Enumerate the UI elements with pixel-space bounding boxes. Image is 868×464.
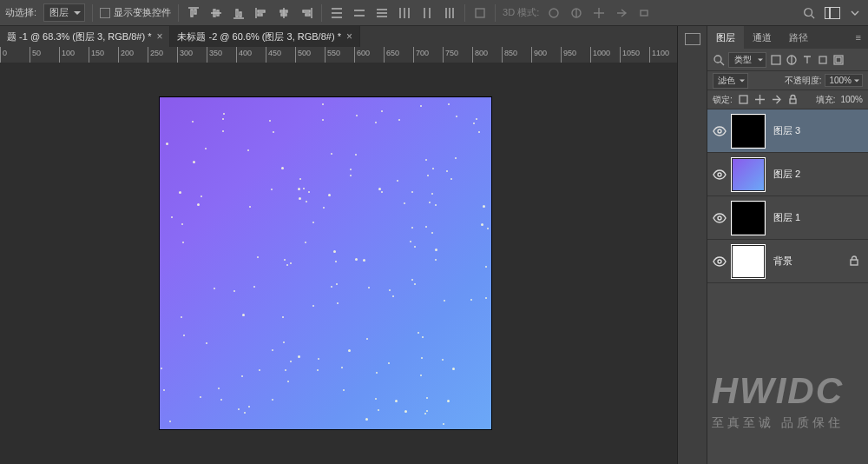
separator bbox=[495, 4, 496, 22]
tab-layers[interactable]: 图层 bbox=[707, 26, 744, 49]
opacity-label: 不透明度: bbox=[785, 75, 822, 87]
svg-point-14 bbox=[718, 173, 721, 176]
filter-adjust-icon[interactable] bbox=[786, 54, 798, 66]
watermark: HWIDC 至真至诚 品质保住 bbox=[712, 370, 844, 431]
separator bbox=[464, 4, 465, 22]
blend-opacity-row: 滤色 不透明度: 100% bbox=[707, 71, 868, 90]
panel-menu-icon[interactable]: ≡ bbox=[849, 32, 868, 43]
align-hcenter-icon[interactable] bbox=[276, 5, 292, 21]
svg-point-1 bbox=[549, 9, 558, 17]
layer-thumbnail[interactable] bbox=[732, 115, 765, 148]
show-transform-checkbox-wrap[interactable]: 显示变换控件 bbox=[100, 6, 171, 19]
visibility-eye-icon[interactable] bbox=[707, 213, 732, 223]
close-icon[interactable]: × bbox=[346, 30, 352, 43]
lock-position-icon[interactable] bbox=[754, 94, 766, 105]
distribute-hcenter-icon[interactable] bbox=[419, 5, 435, 21]
filter-smart-icon[interactable] bbox=[832, 54, 845, 66]
options-bar: 动选择: 图层 显示变换控件 3D 模式: bbox=[0, 0, 868, 26]
lock-label: 锁定: bbox=[713, 94, 733, 106]
document-tab-1[interactable]: 题 -1 @ 68.3% (图层 3, RGB/8#) * × bbox=[0, 26, 170, 47]
layer-row[interactable]: 图层 1 bbox=[707, 196, 868, 240]
tab-title: 未标题 -2 @ 60.6% (图层 3, RGB/8#) * bbox=[177, 30, 340, 43]
chevron-down-icon[interactable] bbox=[847, 5, 863, 21]
distribute-vcenter-icon[interactable] bbox=[352, 5, 367, 21]
fill-input[interactable]: 100% bbox=[840, 95, 863, 104]
document-tab-2[interactable]: 未标题 -2 @ 60.6% (图层 3, RGB/8#) * × bbox=[170, 26, 359, 47]
align-bottom-icon[interactable] bbox=[231, 5, 247, 21]
svg-rect-3 bbox=[641, 10, 648, 16]
svg-point-5 bbox=[714, 56, 721, 63]
canvas[interactable] bbox=[160, 97, 491, 429]
align-vcenter-icon[interactable] bbox=[208, 5, 224, 21]
visibility-eye-icon[interactable] bbox=[707, 256, 732, 267]
separator bbox=[321, 4, 322, 22]
opacity-input[interactable]: 100% bbox=[825, 74, 863, 87]
distribute-right-icon[interactable] bbox=[442, 5, 457, 21]
checkbox-icon bbox=[100, 8, 110, 18]
watermark-big: HWIDC bbox=[712, 370, 844, 412]
autoselect-label: 动选择: bbox=[5, 6, 36, 19]
collapsed-panel-icon[interactable] bbox=[685, 33, 700, 45]
visibility-eye-icon[interactable] bbox=[707, 169, 732, 180]
svg-point-4 bbox=[805, 8, 812, 16]
dock-strip bbox=[678, 26, 707, 464]
layer-name[interactable]: 图层 2 bbox=[773, 168, 800, 181]
autoalign-icon[interactable] bbox=[472, 5, 488, 21]
canvas-area bbox=[0, 63, 677, 464]
mode3d-orbit-icon bbox=[546, 5, 562, 21]
svg-rect-17 bbox=[851, 260, 858, 265]
lock-icon bbox=[849, 255, 859, 268]
layer-name[interactable]: 图层 1 bbox=[773, 211, 800, 224]
fill-label: 填充: bbox=[816, 94, 836, 106]
lock-all-icon[interactable] bbox=[787, 94, 799, 105]
svg-rect-12 bbox=[790, 99, 796, 103]
filter-search-icon[interactable] bbox=[713, 54, 725, 66]
layer-row[interactable]: 图层 3 bbox=[707, 109, 868, 153]
align-right-icon[interactable] bbox=[299, 5, 314, 21]
autoselect-dropdown[interactable]: 图层 bbox=[43, 3, 85, 22]
layer-filter-row: 类型 bbox=[707, 49, 868, 71]
filter-pixel-icon[interactable] bbox=[770, 54, 782, 66]
close-icon[interactable]: × bbox=[156, 30, 162, 43]
mode3d-slide-icon bbox=[614, 5, 629, 21]
svg-rect-8 bbox=[819, 56, 826, 63]
blend-mode-dropdown[interactable]: 滤色 bbox=[713, 73, 748, 89]
svg-rect-6 bbox=[772, 56, 780, 64]
separator bbox=[92, 4, 93, 22]
distribute-left-icon[interactable] bbox=[397, 5, 412, 21]
align-top-icon[interactable] bbox=[186, 5, 201, 21]
filter-shape-icon[interactable] bbox=[817, 54, 829, 66]
mode3d-pan-icon bbox=[591, 5, 607, 21]
layer-thumbnail[interactable] bbox=[732, 245, 765, 278]
lock-pixels-icon[interactable] bbox=[738, 94, 749, 105]
tab-title: 题 -1 @ 68.3% (图层 3, RGB/8#) * bbox=[7, 30, 151, 43]
svg-point-13 bbox=[718, 129, 721, 133]
mode3d-roll-icon bbox=[569, 5, 584, 21]
panel-tabs: 图层 通道 路径 ≡ bbox=[707, 26, 868, 49]
separator bbox=[178, 4, 179, 22]
layer-thumbnail[interactable] bbox=[732, 158, 765, 191]
show-transform-label: 显示变换控件 bbox=[114, 7, 171, 17]
svg-rect-10 bbox=[836, 57, 841, 63]
distribute-bottom-icon[interactable] bbox=[374, 5, 390, 21]
filter-type-text-icon[interactable] bbox=[801, 54, 813, 66]
layer-name[interactable]: 图层 3 bbox=[773, 124, 800, 137]
layer-row[interactable]: 背景 bbox=[707, 240, 868, 283]
layer-name[interactable]: 背景 bbox=[773, 255, 792, 268]
lock-artboard-icon[interactable] bbox=[771, 94, 782, 105]
layer-thumbnail[interactable] bbox=[732, 202, 765, 235]
layer-row[interactable]: 图层 2 bbox=[707, 153, 868, 196]
svg-point-16 bbox=[718, 260, 721, 263]
watermark-small: 至真至诚 品质保住 bbox=[712, 415, 844, 431]
svg-rect-0 bbox=[476, 9, 484, 17]
lock-fill-row: 锁定: 填充: 100% bbox=[707, 90, 868, 109]
workspace-icon[interactable] bbox=[825, 7, 840, 19]
filter-type-dropdown[interactable]: 类型 bbox=[728, 52, 766, 68]
distribute-top-icon[interactable] bbox=[329, 5, 345, 21]
search-icon[interactable] bbox=[800, 4, 818, 22]
svg-point-15 bbox=[718, 216, 721, 220]
visibility-eye-icon[interactable] bbox=[707, 126, 732, 136]
align-left-icon[interactable] bbox=[253, 5, 269, 21]
tab-channels[interactable]: 通道 bbox=[744, 26, 780, 49]
tab-paths[interactable]: 路径 bbox=[780, 26, 817, 49]
